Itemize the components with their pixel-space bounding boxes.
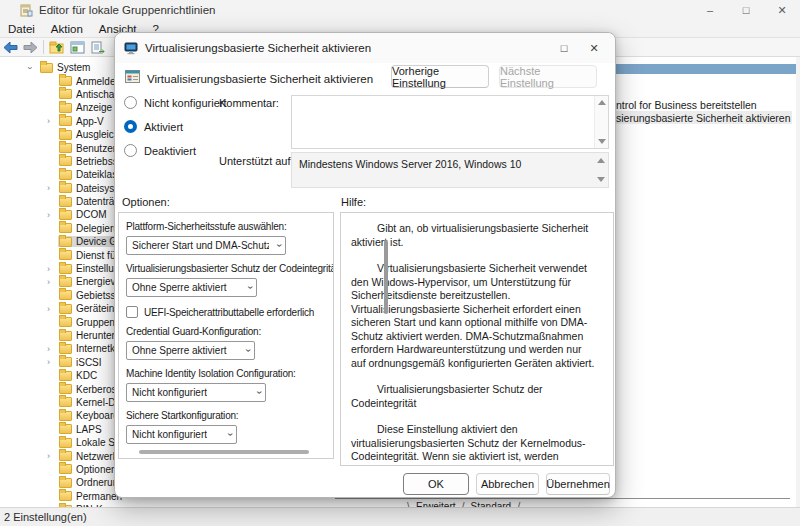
comment-input[interactable] (291, 95, 609, 149)
chevron-down-icon (274, 244, 285, 247)
folder-icon (59, 438, 72, 448)
supported-on-label: Unterstützt auf: (219, 155, 294, 167)
chevron-icon[interactable] (47, 357, 58, 367)
chevron-icon[interactable] (28, 63, 39, 73)
folder-icon (59, 130, 72, 140)
chevron-icon[interactable] (47, 277, 58, 287)
dialog-app-icon (124, 42, 138, 55)
help-paragraph: Virtualisierungsbasierter Schutz der Cod… (351, 383, 599, 410)
minimize-button[interactable]: – (692, 0, 728, 20)
dialog-button-row: OK Abbrechen Übernehmen (115, 473, 615, 496)
list-item-label: sierungsbasierte Sicherheit aktivieren (616, 112, 791, 124)
radio-option[interactable]: Nicht konfiguriert (124, 96, 227, 109)
folder-icon (59, 89, 72, 99)
tree-item-label: System (57, 62, 90, 73)
maximize-button[interactable]: □ (728, 0, 764, 20)
uefi-memory-attributes-checkbox-row[interactable]: UEFI-Speicherattributtabelle erforderlic… (126, 306, 326, 318)
machine-identity-isolation-label: Machine Identity Isolation Configuration… (126, 368, 326, 379)
folder-icon (59, 384, 72, 394)
checkbox-icon[interactable] (126, 306, 138, 318)
tree-item-label: Datenträ (76, 196, 114, 207)
folder-icon (59, 210, 72, 220)
radio-icon[interactable] (124, 144, 137, 157)
show-console-tree-button[interactable] (67, 39, 87, 55)
dialog-close-button[interactable]: ✕ (579, 36, 609, 60)
ok-button[interactable]: OK (403, 473, 469, 495)
up-one-level-button[interactable] (47, 39, 67, 55)
help-panel: Gibt an, ob virtualisierungsbasierte Sic… (340, 212, 614, 466)
folder-icon (59, 317, 72, 327)
tree-item-label: Internetk (76, 343, 115, 354)
tree-item-label: Dateisyst (76, 183, 117, 194)
supported-on-value: Mindestens Windows Server 2016, Windows … (299, 158, 521, 170)
options-horizontal-scrollbar[interactable] (127, 450, 325, 455)
folder-icon (59, 344, 72, 354)
folder-icon (59, 290, 72, 300)
folder-icon (59, 250, 72, 260)
main-titlebar: Editor für lokale Gruppenrichtlinien – □… (0, 0, 800, 20)
folder-icon (59, 478, 72, 488)
folder-icon (59, 143, 72, 153)
back-button[interactable] (0, 39, 20, 55)
tree-item-label: Betriebss (76, 156, 118, 167)
secure-launch-select[interactable]: Nicht konfiguriert (126, 425, 237, 444)
chevron-icon[interactable] (47, 304, 58, 314)
comment-scrollbar[interactable] (594, 96, 608, 148)
close-button[interactable]: ✕ (764, 0, 800, 20)
folder-icon (59, 491, 72, 501)
tree-item-label: Geräteins (76, 303, 119, 314)
folder-icon (59, 371, 72, 381)
scroll-down-icon[interactable] (598, 139, 606, 144)
scroll-up-icon[interactable] (598, 100, 606, 105)
scroll-up-icon[interactable] (597, 158, 605, 163)
cancel-button[interactable]: Abbrechen (476, 473, 539, 495)
radio-icon[interactable] (124, 96, 137, 109)
radio-label: Aktiviert (144, 121, 183, 133)
chevron-icon[interactable] (47, 183, 58, 193)
platform-security-level-select[interactable]: Sicherer Start und DMA-Schutz (126, 236, 286, 255)
next-setting-button[interactable]: Nächste Einstellung (499, 65, 597, 88)
tree-item-label: iSCSI (76, 357, 102, 368)
folder-icon (59, 264, 72, 274)
radio-icon[interactable] (124, 120, 137, 133)
chevron-icon[interactable] (47, 264, 58, 274)
forward-button[interactable] (20, 39, 40, 55)
folder-icon (59, 116, 72, 126)
radio-option[interactable]: Aktiviert (124, 120, 227, 133)
tree-item-label: Dateiklas (76, 169, 117, 180)
chevron-icon[interactable] (47, 451, 58, 461)
dialog-maximize-button[interactable]: □ (549, 36, 579, 60)
credential-guard-select[interactable]: Ohne Sperre aktiviert (126, 341, 255, 360)
status-text: 2 Einstellung(en) (4, 511, 87, 523)
folder-icon (40, 63, 53, 73)
previous-setting-button[interactable]: Vorherige Einstellung (391, 65, 489, 88)
folder-icon (59, 357, 72, 367)
tree-item-label: Keyboard (76, 410, 119, 421)
tree-item-label: Ausgleich (76, 129, 119, 140)
scrollbar-thumb[interactable] (139, 450, 309, 454)
vbs-code-integrity-select[interactable]: Ohne Sperre aktiviert (126, 278, 257, 297)
supported-scrollbar[interactable] (594, 153, 608, 187)
help-scrollbar-thumb[interactable] (384, 240, 388, 314)
scroll-down-icon[interactable] (597, 177, 605, 182)
list-item-label: ntrol for Business bereitstellen (616, 99, 757, 111)
credential-guard-label: Credential Guard-Konfiguration: (126, 326, 326, 337)
chevron-icon[interactable] (47, 116, 58, 126)
menu-item-aktion[interactable]: Aktion (43, 20, 91, 37)
machine-identity-isolation-select[interactable]: Nicht konfiguriert (126, 383, 266, 402)
radio-label: Nicht konfiguriert (144, 97, 227, 109)
chevron-icon[interactable] (47, 344, 58, 354)
radio-option[interactable]: Deaktiviert (124, 144, 227, 157)
options-section-label: Optionen: (122, 196, 170, 208)
folder-icon (59, 424, 72, 434)
folder-icon (59, 451, 72, 461)
tree-item-label: Dienst fü (76, 250, 115, 261)
vbs-code-integrity-label: Virtualisierungsbasierter Schutz der Cod… (126, 263, 326, 274)
folder-icon (59, 156, 72, 166)
export-list-button[interactable] (87, 39, 107, 55)
chevron-icon[interactable] (47, 210, 58, 220)
apply-button[interactable]: Übernehmen (546, 473, 610, 495)
select-value: Ohne Sperre aktiviert (132, 345, 227, 356)
menu-item-datei[interactable]: Datei (0, 20, 43, 37)
statusbar: 2 Einstellung(en) (0, 507, 800, 526)
